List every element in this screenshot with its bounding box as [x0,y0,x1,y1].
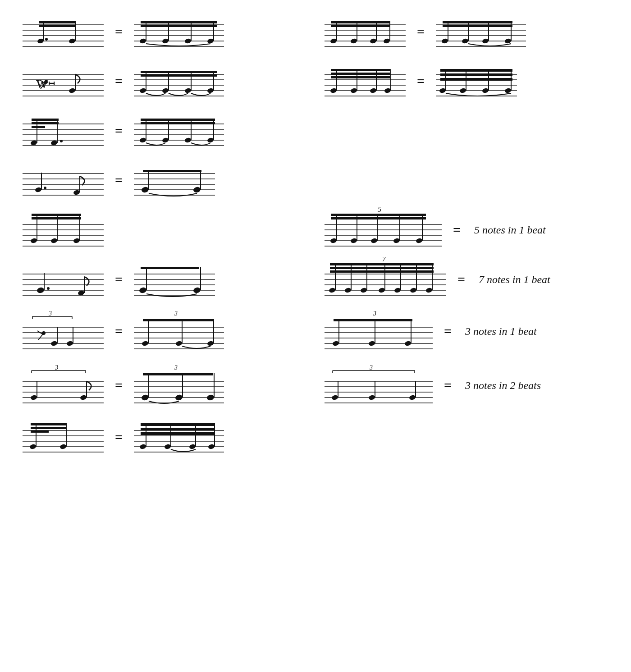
svg-point-123 [30,140,37,146]
label-5beat: 5 notes in 1 beat [474,224,546,236]
svg-rect-337 [141,423,215,426]
panel-2a: wꟷ [18,61,108,101]
svg-point-97 [384,87,391,93]
equals-8r: = [444,378,452,393]
svg-point-229 [378,287,385,293]
svg-rect-158 [143,170,201,172]
right-8: 3 = 3 notes in 2 beats [316,361,613,410]
svg-rect-73 [141,71,217,73]
svg-rect-209 [141,267,199,269]
svg-rect-298 [143,373,213,375]
svg-rect-339 [141,432,215,435]
equals-2r: = [417,73,425,89]
svg-point-299 [141,394,150,401]
svg-point-111 [482,87,489,93]
row-1: = [18,9,613,54]
equals-2: = [115,73,123,89]
left-1: = [18,11,316,52]
panel-2b [129,61,229,101]
svg-rect-338 [141,428,215,430]
svg-point-314 [331,394,338,400]
svg-point-5 [37,38,44,44]
svg-point-202 [78,290,85,296]
svg-point-172 [50,238,58,243]
right-1: = [316,11,613,52]
left-4: = [18,160,316,201]
equals-3: = [115,123,123,138]
svg-rect-259 [143,319,213,321]
row-8: 3 = 3 [18,361,613,410]
svg-point-77 [162,87,169,93]
equals-1r: = [417,24,425,39]
svg-point-91 [330,87,337,93]
panel-7b: 3 [129,306,229,356]
equals-5r: = [453,222,461,238]
svg-point-260 [142,340,149,346]
row-4: = [18,158,613,203]
svg-point-25 [207,38,214,44]
svg-point-139 [184,137,192,143]
svg-point-19 [139,38,146,44]
panel-4b [129,160,219,201]
svg-point-303 [206,394,215,401]
svg-point-233 [410,287,417,293]
svg-rect-106 [440,78,512,81]
svg-rect-183 [331,217,426,219]
equals-9: = [115,430,123,445]
right-7: 3 = 3 notes in 1 beat [316,306,613,356]
svg-point-148 [35,187,42,192]
svg-rect-9 [39,25,75,27]
panel-3b [129,110,229,151]
svg-point-273 [332,340,339,346]
svg-point-49 [441,38,448,44]
svg-point-75 [139,87,146,93]
panel-8c: 3 [320,361,437,410]
svg-point-210 [139,287,147,294]
row-7: 3 = [18,306,613,356]
page: = [0,0,631,672]
svg-point-107 [439,87,446,93]
svg-point-113 [504,87,512,93]
left-5 [18,207,316,252]
svg-point-192 [416,238,423,243]
svg-point-188 [370,238,378,243]
svg-rect-74 [141,74,217,77]
equals-4: = [115,173,123,188]
panel-4a [18,160,108,201]
svg-point-231 [394,287,401,293]
svg-point-340 [139,443,146,449]
svg-text:3: 3 [174,310,178,317]
svg-point-141 [207,137,214,143]
panel-5b: 5 [320,207,446,252]
left-6: = [18,257,316,302]
svg-point-125 [50,140,58,146]
svg-point-223 [329,287,336,293]
svg-point-199 [37,287,45,294]
left-9: = [18,417,316,457]
svg-point-212 [193,287,201,294]
svg-point-150 [44,187,46,189]
svg-text:5: 5 [378,207,381,213]
svg-point-301 [175,394,183,401]
svg-rect-327 [31,430,49,433]
svg-point-184 [330,238,337,243]
row-2: wꟷ = [18,59,613,104]
svg-rect-272 [334,319,412,321]
svg-point-34 [330,38,337,44]
svg-rect-221 [330,267,434,269]
svg-point-330 [59,443,67,449]
svg-point-161 [193,186,201,193]
panel-8b: 3 [129,361,229,410]
svg-point-346 [208,443,215,449]
svg-point-53 [482,38,489,44]
panel-2d [431,61,521,101]
svg-point-40 [383,38,390,44]
svg-point-38 [370,38,377,44]
svg-point-109 [459,87,466,93]
svg-rect-169 [32,217,81,219]
svg-point-342 [164,443,171,449]
svg-point-288 [30,394,37,400]
svg-text:7: 7 [382,257,386,263]
svg-point-10 [69,38,76,44]
label-7beat: 7 notes in 1 beat [479,274,550,286]
